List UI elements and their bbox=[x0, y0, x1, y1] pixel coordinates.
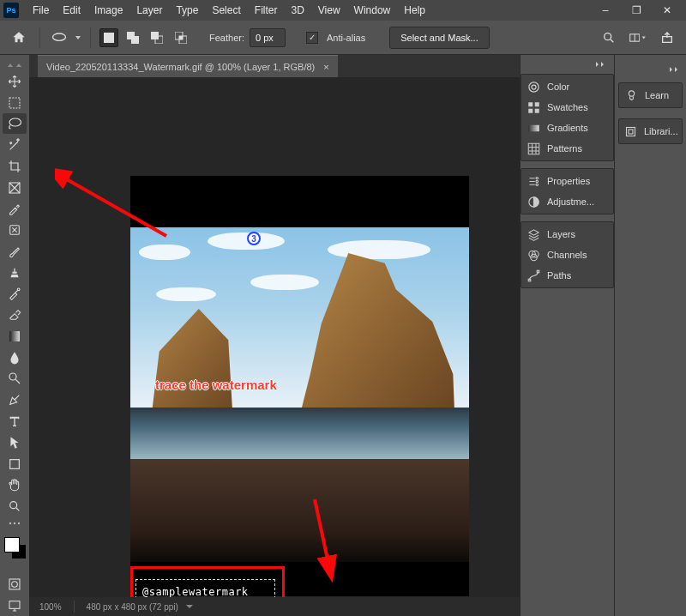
move-tool[interactable] bbox=[3, 71, 27, 92]
search-icon[interactable] bbox=[600, 29, 617, 46]
panel-collapse-icon[interactable] bbox=[667, 63, 683, 75]
workspace-switcher-icon[interactable] bbox=[629, 29, 647, 46]
crop-tool[interactable] bbox=[3, 156, 27, 177]
clone-stamp-tool[interactable] bbox=[3, 263, 27, 283]
svg-rect-3 bbox=[131, 36, 139, 44]
svg-rect-31 bbox=[534, 102, 539, 106]
svg-rect-47 bbox=[629, 130, 633, 134]
document-tab-bar: Video_220520113334_Watermark.gif @ 100% … bbox=[29, 55, 520, 77]
window-minimize-button[interactable]: – bbox=[590, 0, 621, 21]
panel-item-paths[interactable]: Paths bbox=[521, 265, 613, 286]
pen-tool[interactable] bbox=[3, 390, 27, 410]
selection-mode-new-button[interactable] bbox=[99, 28, 118, 47]
history-brush-tool[interactable] bbox=[3, 284, 27, 305]
menu-help[interactable]: Help bbox=[397, 1, 432, 20]
feather-input[interactable]: 0 px bbox=[250, 28, 286, 47]
menu-type[interactable]: Type bbox=[169, 1, 205, 20]
menu-filter[interactable]: Filter bbox=[248, 1, 285, 20]
menu-image[interactable]: Image bbox=[87, 1, 129, 20]
svg-point-36 bbox=[536, 177, 539, 179]
canvas-area[interactable]: @samplewatermark 3 trace the watermark bbox=[29, 77, 520, 597]
home-button[interactable] bbox=[7, 26, 31, 50]
svg-rect-25 bbox=[9, 601, 20, 609]
lasso-tool-icon[interactable] bbox=[49, 27, 69, 48]
svg-point-38 bbox=[536, 184, 539, 186]
hand-tool[interactable] bbox=[3, 474, 27, 495]
eraser-tool[interactable] bbox=[3, 305, 27, 325]
panel-item-properties[interactable]: Properties bbox=[521, 171, 613, 191]
svg-rect-8 bbox=[179, 36, 183, 39]
status-bar-flyout-icon[interactable] bbox=[185, 602, 194, 611]
svg-rect-32 bbox=[528, 108, 533, 112]
document-tab[interactable]: Video_220520113334_Watermark.gif @ 100% … bbox=[38, 55, 338, 77]
foreground-color-swatch[interactable] bbox=[4, 537, 20, 553]
screen-mode-button[interactable] bbox=[3, 595, 27, 616]
svg-rect-23 bbox=[9, 579, 20, 589]
menu-3d[interactable]: 3D bbox=[284, 1, 310, 20]
status-bar: 100% 480 px x 480 px (72 ppi) bbox=[29, 597, 520, 616]
panel-collapse-icon[interactable] bbox=[593, 58, 609, 70]
svg-rect-11 bbox=[9, 98, 20, 108]
frame-tool[interactable] bbox=[3, 178, 27, 198]
svg-point-19 bbox=[10, 502, 17, 509]
window-restore-button[interactable]: ❐ bbox=[621, 0, 652, 21]
svg-rect-16 bbox=[9, 331, 20, 341]
foreground-background-colors[interactable] bbox=[3, 535, 27, 561]
menu-view[interactable]: View bbox=[311, 1, 347, 20]
menu-select[interactable]: Select bbox=[205, 1, 247, 20]
eyedropper-tool[interactable] bbox=[3, 198, 27, 219]
document-tab-title: Video_220520113334_Watermark.gif @ 100% … bbox=[46, 62, 315, 72]
panel-item-layers[interactable]: Layers bbox=[521, 224, 613, 245]
zoom-tool[interactable] bbox=[3, 496, 27, 516]
menu-edit[interactable]: Edit bbox=[56, 1, 87, 20]
dodge-tool[interactable] bbox=[3, 369, 27, 390]
svg-point-0 bbox=[53, 33, 66, 40]
select-and-mask-button[interactable]: Select and Mask... bbox=[389, 27, 490, 49]
swatches-icon bbox=[527, 100, 540, 114]
close-tab-icon[interactable]: × bbox=[323, 62, 328, 72]
layers-icon bbox=[527, 227, 540, 241]
svg-point-37 bbox=[536, 180, 539, 183]
rectangle-tool[interactable] bbox=[3, 454, 27, 474]
patterns-icon bbox=[527, 142, 540, 155]
edit-toolbar-icon[interactable] bbox=[3, 517, 27, 529]
panel-item-gradients[interactable]: Gradients bbox=[521, 118, 613, 138]
magic-wand-tool[interactable] bbox=[3, 135, 27, 155]
panel-item-swatches[interactable]: Swatches bbox=[521, 97, 613, 118]
svg-point-22 bbox=[18, 522, 20, 524]
properties-icon bbox=[527, 174, 540, 188]
menu-window[interactable]: Window bbox=[347, 1, 398, 20]
panel-item-adjustments[interactable]: Adjustme... bbox=[521, 191, 613, 212]
share-icon[interactable] bbox=[659, 29, 676, 46]
gradient-tool[interactable] bbox=[3, 326, 27, 347]
blur-tool[interactable] bbox=[3, 347, 27, 368]
selection-mode-add-button[interactable] bbox=[123, 28, 142, 47]
svg-rect-33 bbox=[534, 108, 539, 112]
lasso-tool[interactable] bbox=[3, 113, 27, 134]
anti-alias-checkbox[interactable] bbox=[306, 32, 318, 44]
selection-mode-subtract-button[interactable] bbox=[147, 28, 166, 47]
menu-file[interactable]: File bbox=[26, 1, 56, 20]
options-bar: Feather: 0 px Anti-alias Select and Mask… bbox=[0, 21, 686, 55]
panel-item-channels[interactable]: Channels bbox=[521, 245, 613, 265]
brush-tool[interactable] bbox=[3, 241, 27, 262]
panel-item-learn[interactable]: Learn bbox=[619, 85, 682, 106]
panel-item-libraries[interactable]: Librari... bbox=[619, 121, 682, 142]
workspace: Video_220520113334_Watermark.gif @ 100% … bbox=[29, 55, 520, 616]
svg-rect-46 bbox=[627, 127, 635, 136]
status-zoom[interactable]: 100% bbox=[39, 602, 62, 612]
svg-rect-1 bbox=[104, 33, 114, 43]
type-tool[interactable] bbox=[3, 411, 27, 432]
rectangular-marquee-tool[interactable] bbox=[3, 93, 27, 113]
panel-item-color[interactable]: Color bbox=[521, 76, 613, 97]
menu-layer[interactable]: Layer bbox=[129, 1, 169, 20]
annotation-step-number: 3 bbox=[247, 232, 261, 245]
libraries-icon bbox=[624, 124, 637, 138]
window-close-button[interactable]: ✕ bbox=[652, 0, 683, 21]
quick-mask-mode-button[interactable] bbox=[3, 574, 27, 595]
spot-healing-brush-tool[interactable] bbox=[3, 220, 27, 240]
annotation-red-rectangle bbox=[130, 566, 285, 597]
selection-mode-intersect-button[interactable] bbox=[172, 28, 190, 47]
path-selection-tool[interactable] bbox=[3, 432, 27, 453]
panel-item-patterns[interactable]: Patterns bbox=[521, 138, 613, 159]
